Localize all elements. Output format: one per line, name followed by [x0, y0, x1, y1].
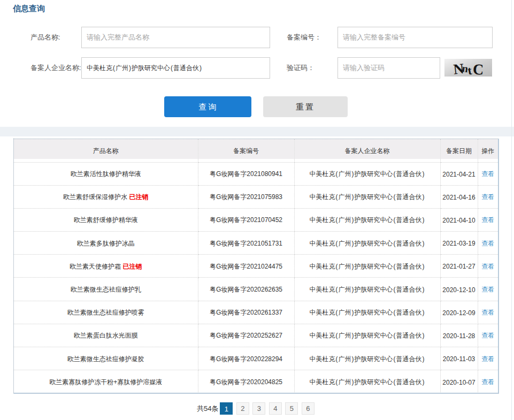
svg-text:C: C — [472, 61, 484, 77]
